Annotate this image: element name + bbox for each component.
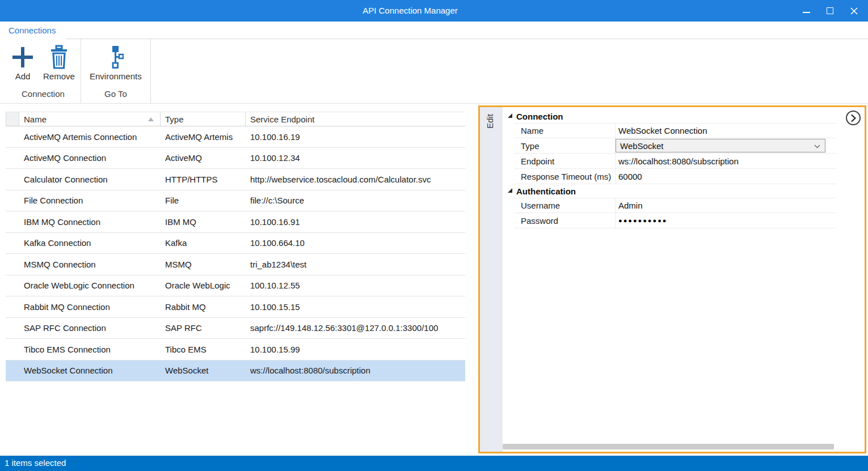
cell-type[interactable]: MSMQ bbox=[161, 254, 246, 275]
cell-endpoint[interactable]: 10.100.15.15 bbox=[246, 296, 465, 317]
property-value-field[interactable]: WebSocket Connection bbox=[615, 124, 836, 138]
environments-tree-icon bbox=[108, 44, 124, 71]
property-value-field[interactable]: 60000 bbox=[615, 169, 836, 184]
cell-type[interactable]: ActiveMQ bbox=[161, 148, 246, 169]
cell-name[interactable]: ActiveMQ Connection bbox=[19, 148, 161, 169]
table-row[interactable]: MSMQ ConnectionMSMQtri_ab1234\test bbox=[6, 254, 465, 275]
row-selector[interactable] bbox=[6, 169, 19, 190]
cell-endpoint[interactable]: ws://localhost:8080/subscription bbox=[246, 360, 465, 381]
type-dropdown[interactable]: WebSocket bbox=[616, 139, 825, 152]
cell-name[interactable]: Rabbit MQ Connection bbox=[19, 296, 161, 317]
row-selector[interactable] bbox=[6, 296, 19, 317]
column-header-endpoint[interactable]: Service Endpoint bbox=[246, 112, 465, 126]
ribbon: Add Remove C bbox=[0, 39, 868, 104]
property-value-field[interactable]: Admin bbox=[615, 198, 836, 213]
cell-name[interactable]: WebSocket Connection bbox=[19, 360, 161, 381]
cell-endpoint[interactable]: 10.100.15.99 bbox=[246, 339, 465, 360]
cell-endpoint[interactable]: saprfc://149.148.12.56:3301@127.0.0.1:33… bbox=[246, 318, 465, 339]
row-selector[interactable] bbox=[6, 233, 19, 254]
cell-name[interactable]: SAP RFC Connection bbox=[19, 318, 161, 339]
add-plus-icon bbox=[11, 44, 34, 71]
row-selector[interactable] bbox=[6, 211, 19, 232]
chevron-right-icon bbox=[851, 114, 856, 122]
row-selector[interactable] bbox=[6, 126, 19, 147]
table-row[interactable]: ActiveMQ ConnectionActiveMQ10.100.12.34 bbox=[6, 148, 465, 169]
cell-endpoint[interactable]: 10.100.16.19 bbox=[246, 126, 465, 147]
cell-type[interactable]: ActiveMQ Artemis bbox=[161, 126, 246, 147]
column-header-type[interactable]: Type bbox=[161, 112, 246, 126]
cell-type[interactable]: HTTP/HTTPS bbox=[161, 169, 246, 190]
cell-endpoint[interactable]: 10.100.664.10 bbox=[246, 233, 465, 254]
row-selector[interactable] bbox=[6, 254, 19, 275]
table-row[interactable]: ActiveMQ Artemis ConnectionActiveMQ Arte… bbox=[6, 126, 465, 148]
cell-endpoint[interactable]: 100.10.12.55 bbox=[246, 275, 465, 296]
table-row[interactable]: IBM MQ ConnectionIBM MQ10.100.16.91 bbox=[6, 211, 465, 233]
cell-name[interactable]: MSMQ Connection bbox=[19, 254, 161, 275]
cell-endpoint[interactable]: http://webservice.toscacloud.com/Calcula… bbox=[246, 169, 465, 190]
cell-name[interactable]: File Connection bbox=[19, 190, 161, 211]
table-row[interactable]: Tibco EMS ConnectionTibco EMS10.100.15.9… bbox=[6, 339, 465, 360]
cell-name[interactable]: Kafka Connection bbox=[19, 233, 161, 254]
cell-type[interactable]: Rabbit MQ bbox=[161, 296, 246, 317]
row-selector[interactable] bbox=[6, 275, 19, 296]
row-selector[interactable] bbox=[6, 360, 19, 381]
row-selector[interactable] bbox=[6, 339, 19, 360]
cell-type[interactable]: IBM MQ bbox=[161, 211, 246, 232]
cell-type[interactable]: Oracle WebLogic bbox=[161, 275, 246, 296]
expander-expanded-icon[interactable] bbox=[508, 188, 512, 193]
titlebar[interactable]: API Connection Manager bbox=[0, 0, 868, 22]
cell-name[interactable]: Oracle WebLogic Connection bbox=[19, 275, 161, 296]
table-row[interactable]: WebSocket ConnectionWebSocketws://localh… bbox=[6, 360, 465, 382]
ribbon-tab-row: Connections bbox=[0, 22, 868, 39]
table-row[interactable]: Kafka ConnectionKafka10.100.664.10 bbox=[6, 233, 465, 254]
table-row[interactable]: SAP RFC ConnectionSAP RFCsaprfc://149.14… bbox=[6, 318, 465, 340]
row-selector[interactable] bbox=[6, 190, 19, 211]
edit-side-strip[interactable]: Edit bbox=[480, 107, 503, 452]
remove-button-label: Remove bbox=[43, 71, 75, 81]
property-label: Username bbox=[514, 198, 615, 213]
panel-collapse-button[interactable] bbox=[846, 111, 861, 125]
table-body: ActiveMQ Artemis ConnectionActiveMQ Arte… bbox=[6, 126, 465, 381]
cell-type[interactable]: Kafka bbox=[161, 233, 246, 254]
cell-endpoint[interactable]: 10.100.12.34 bbox=[246, 148, 465, 169]
add-button[interactable]: Add bbox=[7, 43, 39, 82]
ribbon-group-label-connection: Connection bbox=[7, 88, 79, 103]
property-group-label: Authentication bbox=[516, 186, 576, 196]
cell-name[interactable]: Calculator Connection bbox=[19, 169, 161, 190]
table-row[interactable]: Oracle WebLogic ConnectionOracle WebLogi… bbox=[6, 275, 465, 297]
cell-endpoint[interactable]: 10.100.16.91 bbox=[246, 211, 465, 232]
cell-endpoint[interactable]: tri_ab1234\test bbox=[246, 254, 465, 275]
cell-type[interactable]: Tibco EMS bbox=[161, 339, 246, 360]
minimize-button[interactable] bbox=[794, 0, 818, 22]
row-selector[interactable] bbox=[6, 318, 19, 339]
cell-type[interactable]: SAP RFC bbox=[161, 318, 246, 339]
password-field[interactable]: ●●●●●●●●●● bbox=[615, 213, 836, 228]
close-button[interactable] bbox=[842, 0, 866, 22]
horizontal-scrollbar[interactable] bbox=[503, 444, 834, 449]
property-group-header[interactable]: Authentication bbox=[503, 184, 836, 198]
add-button-label: Add bbox=[15, 71, 31, 81]
column-header-name[interactable]: Name bbox=[19, 112, 161, 126]
property-label: Response Timeout (ms) bbox=[514, 169, 615, 184]
environments-button[interactable]: Environments bbox=[85, 43, 146, 82]
remove-button[interactable]: Remove bbox=[39, 43, 79, 82]
cell-name[interactable]: Tibco EMS Connection bbox=[19, 339, 161, 360]
cell-name[interactable]: ActiveMQ Artemis Connection bbox=[19, 126, 161, 147]
maximize-button[interactable] bbox=[818, 0, 842, 22]
row-selector[interactable] bbox=[6, 148, 19, 169]
tab-connections[interactable]: Connections bbox=[9, 26, 56, 35]
table-row[interactable]: File ConnectionFilefile://c:\Source bbox=[6, 190, 465, 212]
cell-name[interactable]: IBM MQ Connection bbox=[19, 211, 161, 232]
table-row[interactable]: Calculator ConnectionHTTP/HTTPShttp://we… bbox=[6, 169, 465, 190]
cell-type[interactable]: File bbox=[161, 190, 246, 211]
property-row: Response Timeout (ms)60000 bbox=[514, 169, 836, 184]
cell-endpoint[interactable]: file://c:\Source bbox=[246, 190, 465, 211]
header-selector-column[interactable] bbox=[6, 112, 19, 126]
connections-table: Name Type Service Endpoint ActiveMQ Arte… bbox=[6, 112, 465, 381]
expander-expanded-icon[interactable] bbox=[508, 113, 512, 118]
property-value-field[interactable]: ws://localhost:8080/subscription bbox=[615, 154, 836, 168]
cell-type[interactable]: WebSocket bbox=[161, 360, 246, 381]
property-group-header[interactable]: Connection bbox=[503, 109, 836, 123]
remove-trash-icon bbox=[49, 44, 69, 71]
table-row[interactable]: Rabbit MQ ConnectionRabbit MQ10.100.15.1… bbox=[6, 296, 465, 318]
